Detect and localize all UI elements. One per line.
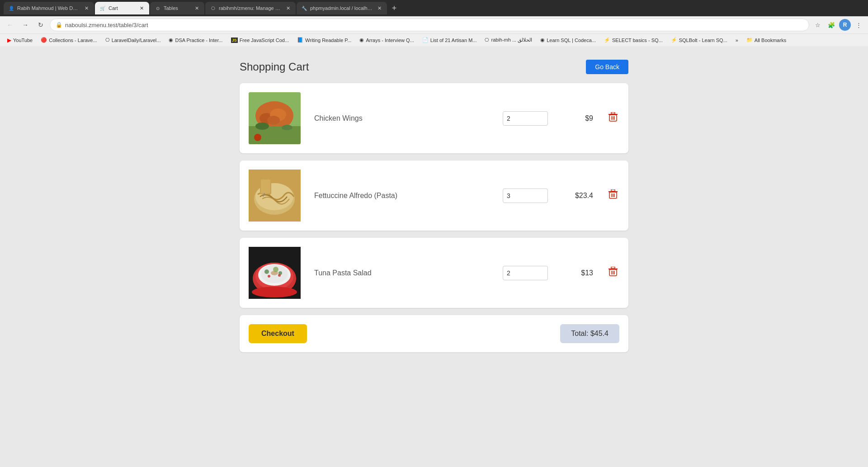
bookmark-rabih[interactable]: ⎔ rabih-mh ... الحلالق (481, 36, 536, 44)
item-price-tuna-pasta: $13 (561, 269, 593, 277)
bookmark-all[interactable]: 📁 All Bookmarks (743, 36, 790, 44)
item-quantity-fettuccine[interactable] (503, 189, 548, 203)
svg-rect-10 (611, 112, 615, 114)
bookmark-artisan-label: List of 21 Artisan M... (430, 38, 477, 43)
bookmark-arrays[interactable]: ◉ Arrays - Interview Q... (356, 36, 417, 44)
cart-title: Shopping Cart (240, 61, 309, 73)
svg-rect-40 (611, 267, 615, 269)
bookmark-youtube[interactable]: ▶ YouTube (4, 36, 36, 44)
bookmark-writing-label: Writing Readable P... (305, 38, 351, 43)
address-bar[interactable]: 🔒 naboulsi.zmenu.test/table/3/cart (50, 19, 809, 31)
bookmark-laraveldaily-label: LaravelDaily/Laravel... (112, 38, 161, 43)
laraveldaily-icon: ⎔ (105, 37, 110, 43)
cart-footer: Checkout Total: $45.4 (240, 315, 628, 352)
tab-close-phpmyadmin[interactable]: ✕ (376, 5, 382, 11)
cart-item-2: Fettuccine Alfredo (Pasta) $23.4 (240, 160, 628, 231)
item-delete-chicken-wings[interactable] (607, 110, 619, 126)
bookmark-sqlbolt[interactable]: ⚡ SQLBolt - Learn SQ... (667, 36, 731, 44)
tab-close-tables[interactable]: ✕ (193, 5, 200, 11)
bookmark-selectbasics[interactable]: ⚡ SELECT basics - SQ... (600, 36, 666, 44)
tab-favicon-phpmyadmin: 🔧 (301, 5, 307, 11)
svg-point-7 (282, 125, 292, 130)
nav-bar: ← → ↻ 🔒 naboulsi.zmenu.test/table/3/cart… (0, 16, 868, 33)
svg-point-38 (252, 287, 297, 297)
item-image-tuna-pasta (249, 247, 301, 299)
browser-chrome: 👤 Rabih Mahmoud | Web Develo... ✕ 🛒 Cart… (0, 0, 868, 46)
address-text: naboulsi.zmenu.test/table/3/cart (65, 22, 148, 28)
bookmark-writing[interactable]: 📘 Writing Readable P... (293, 36, 355, 44)
bookmark-rabih-label: rabih-mh ... الحلالق (491, 37, 532, 43)
arrays-icon: ◉ (359, 37, 364, 43)
bookmark-dsa[interactable]: ◉ DSA Practice - Inter... (165, 36, 226, 44)
bookmark-artisan[interactable]: 📄 List of 21 Artisan M... (419, 36, 481, 44)
bookmark-learnsql-label: Learn SQL | Codeca... (547, 38, 596, 43)
bookmark-laraveldaily[interactable]: ⎔ LaravelDaily/Laravel... (102, 36, 165, 44)
item-image-fettuccine (249, 170, 301, 222)
js-icon: JS (231, 38, 238, 43)
total-display: Total: $45.4 (560, 324, 619, 343)
svg-point-35 (268, 275, 270, 278)
menu-button[interactable]: ⋮ (853, 19, 864, 31)
bookmark-javascript[interactable]: JS Free JavaScript Cod... (227, 37, 292, 44)
item-quantity-tuna-pasta[interactable] (503, 266, 548, 280)
item-name-tuna-pasta: Tuna Pasta Salad (314, 269, 489, 277)
item-price-fettuccine: $23.4 (561, 192, 593, 200)
extensions-button[interactable]: 🧩 (826, 19, 837, 31)
nav-actions: ☆ 🧩 R ⋮ (812, 19, 864, 31)
forward-button[interactable]: → (19, 19, 32, 31)
bookmark-arrays-label: Arrays - Interview Q... (366, 38, 414, 43)
item-quantity-chicken-wings[interactable] (503, 111, 548, 126)
cart-container: Shopping Cart Go Back Chicken Wings (240, 60, 628, 453)
tab-github[interactable]: ⎔ rabihmh/zmenu: Manage your... ✕ (205, 2, 296, 14)
page-content: Shopping Cart Go Back Chicken Wings (0, 46, 868, 467)
item-delete-tuna-pasta[interactable] (607, 265, 619, 281)
cart-header: Shopping Cart Go Back (240, 60, 628, 74)
new-tab-button[interactable]: + (388, 2, 401, 14)
svg-point-37 (273, 267, 278, 272)
sqlbolt-icon: ⚡ (671, 37, 677, 43)
tab-close-github[interactable]: ✕ (285, 5, 291, 11)
artisan-icon: 📄 (422, 37, 429, 43)
item-delete-fettuccine[interactable] (607, 188, 619, 203)
reload-button[interactable]: ↻ (34, 19, 47, 31)
bookmarks-bar: ▶ YouTube 🔴 Collections - Larave... ⎔ La… (0, 33, 868, 46)
tab-title-tables: Tables (164, 5, 191, 11)
profile-button[interactable]: R (839, 19, 851, 31)
tab-close-rabih[interactable]: ✕ (83, 5, 90, 11)
bookmark-collections-label: Collections - Larave... (49, 38, 97, 43)
svg-rect-19 (261, 179, 270, 193)
laravel-collections-icon: 🔴 (41, 37, 47, 43)
bookmark-collections[interactable]: 🔴 Collections - Larave... (37, 36, 100, 44)
bookmark-sqlbolt-label: SQLBolt - Learn SQ... (679, 38, 727, 43)
tab-title-phpmyadmin: phpmyadmin.local / localhost / (310, 5, 373, 11)
bookmark-learnsql[interactable]: ◉ Learn SQL | Codeca... (537, 36, 599, 44)
go-back-button[interactable]: Go Back (586, 60, 628, 74)
tab-rabih[interactable]: 👤 Rabih Mahmoud | Web Develo... ✕ (4, 2, 94, 14)
svg-rect-22 (611, 189, 615, 191)
writing-icon: 📘 (297, 37, 303, 43)
tab-title-github: rabihmh/zmenu: Manage your... (219, 5, 282, 11)
tab-close-cart[interactable]: ✕ (138, 5, 145, 11)
bookmark-all-label: All Bookmarks (755, 38, 786, 43)
svg-point-36 (278, 274, 281, 277)
tab-favicon-rabih: 👤 (8, 5, 14, 11)
selectbasics-icon: ⚡ (604, 37, 610, 43)
bookmark-more[interactable]: » (732, 37, 742, 44)
bookmark-javascript-label: Free JavaScript Cod... (240, 38, 289, 43)
tab-tables[interactable]: ⊙ Tables ✕ (150, 2, 204, 14)
all-bookmarks-icon: 📁 (746, 37, 753, 43)
svg-point-6 (255, 123, 269, 130)
back-button[interactable]: ← (4, 19, 16, 31)
item-price-chicken-wings: $9 (561, 114, 593, 123)
learnsql-icon: ◉ (540, 37, 545, 43)
tab-phpmyadmin[interactable]: 🔧 phpmyadmin.local / localhost / ✕ (297, 2, 387, 14)
svg-point-32 (264, 269, 269, 274)
bookmark-youtube-label: YouTube (13, 38, 33, 43)
tab-cart[interactable]: 🛒 Cart ✕ (95, 2, 149, 14)
bookmark-star-button[interactable]: ☆ (812, 19, 824, 31)
cart-item-1: Chicken Wings $9 (240, 83, 628, 153)
youtube-icon: ▶ (7, 37, 11, 43)
checkout-button[interactable]: Checkout (249, 324, 307, 343)
tab-title-cart: Cart (108, 5, 136, 11)
lock-icon: 🔒 (56, 22, 62, 28)
